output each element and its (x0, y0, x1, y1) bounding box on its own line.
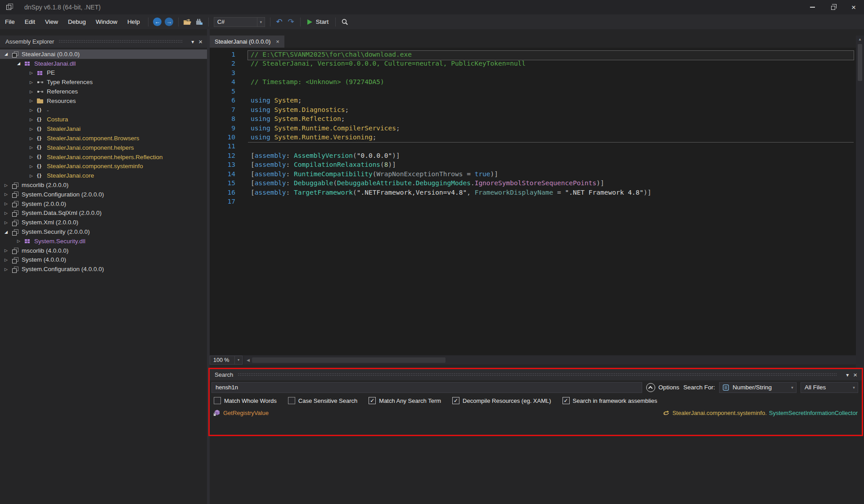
checkbox[interactable] (214, 397, 221, 404)
ns-icon (36, 135, 45, 142)
toolbar-separator (148, 18, 148, 27)
search-assemblies-button[interactable] (339, 16, 351, 28)
tree-item[interactable]: ▷StealerJanai (0, 124, 207, 134)
expander-icon[interactable]: ▷ (30, 117, 36, 122)
search-panel-header[interactable]: Search ▾ × (210, 369, 862, 380)
expander-icon[interactable]: ▷ (4, 267, 11, 272)
expander-icon[interactable]: ▷ (30, 98, 36, 103)
tree-item[interactable]: ◢StealerJanai.dll (0, 59, 207, 68)
tree-item[interactable]: ▷mscorlib (2.0.0.0) (0, 180, 207, 190)
zoom-level-combobox[interactable]: 100 % (210, 356, 235, 365)
tree-item[interactable]: ◢System.Security (2.0.0.0) (0, 227, 207, 236)
expander-icon[interactable]: ▷ (4, 211, 11, 215)
expander-icon[interactable]: ▷ (4, 220, 11, 225)
horizontal-scrollbar-thumb[interactable] (252, 357, 446, 363)
expander-icon[interactable]: ▷ (30, 89, 36, 94)
language-combobox[interactable]: C# ▾ (214, 17, 265, 27)
expander-icon[interactable]: ▷ (4, 248, 11, 253)
navigate-forward-button[interactable]: → (163, 16, 175, 28)
code-editor[interactable]: 1// E:\CTF\SVANM2025\for\chal\download.e… (210, 48, 856, 355)
tree-item[interactable]: ▷Type References (0, 77, 207, 87)
menu-window[interactable]: Window (91, 14, 122, 29)
expander-icon[interactable]: ▷ (30, 127, 36, 131)
expander-icon[interactable]: ▷ (30, 145, 36, 150)
tree-item[interactable]: ▷System.Data.SqlXml (2.0.0.0) (0, 209, 207, 218)
search-input[interactable] (212, 382, 642, 393)
checkbox[interactable]: ✓ (369, 397, 376, 404)
menu-edit[interactable]: Edit (20, 14, 40, 29)
file-filter-dropdown[interactable]: All Files ▾ (801, 382, 858, 393)
search-result-location[interactable]: StealerJanai.component.systeminfo.System… (662, 409, 858, 416)
tree-item[interactable]: ▷System (4.0.0.0) (0, 255, 207, 265)
tree-item[interactable]: ▷mscorlib (4.0.0.0) (0, 246, 207, 255)
expander-icon[interactable]: ▷ (17, 239, 24, 243)
scroll-up-icon[interactable]: ▲ (858, 37, 862, 41)
panel-grip (58, 40, 182, 44)
checkbox[interactable] (288, 397, 295, 404)
zoom-chevron-down-icon[interactable]: ▾ (235, 356, 243, 365)
assembly-tree[interactable]: ◢StealerJanai (0.0.0.0)◢StealerJanai.dll… (0, 48, 207, 274)
expander-icon[interactable]: ▷ (30, 164, 36, 169)
document-tab[interactable]: StealerJanai (0.0.0.0) × (210, 36, 284, 48)
search-result-item[interactable]: GetRegistryValue (213, 409, 269, 416)
tab-close-icon[interactable]: × (276, 38, 279, 45)
checkbox[interactable]: ✓ (452, 397, 459, 404)
scroll-left-icon[interactable]: ◀ (244, 358, 252, 362)
assembly-explorer-header[interactable]: Assembly Explorer ▾ × (0, 36, 207, 48)
expander-icon[interactable]: ▷ (4, 183, 11, 187)
expander-icon[interactable]: ▷ (30, 174, 36, 178)
navigate-back-button[interactable]: ← (152, 16, 163, 28)
tree-item[interactable]: ▷StealerJanai.core (0, 171, 207, 180)
tree-item[interactable]: ▷PE (0, 68, 207, 78)
options-button[interactable]: Options (646, 383, 680, 392)
tree-item[interactable]: ▷System.Configuration (4.0.0.0) (0, 264, 207, 274)
panel-chevron-down-icon[interactable]: ▾ (191, 39, 194, 45)
menu-view[interactable]: View (40, 14, 63, 29)
close-button[interactable]: × (843, 0, 864, 14)
horizontal-scrollbar[interactable]: ◀ (244, 356, 856, 364)
search-option: Case Sensitive Search (288, 397, 358, 404)
menu-file[interactable]: File (0, 14, 20, 29)
tree-item[interactable]: ▷System.Configuration (2.0.0.0) (0, 190, 207, 199)
tree-item[interactable]: ▷StealerJanai.component.systeminfo (0, 162, 207, 171)
tree-item[interactable]: ▷StealerJanai.component.Browsers (0, 134, 207, 143)
expander-icon[interactable]: ◢ (4, 52, 11, 56)
code-line: 16[assembly: TargetFramework(".NETFramew… (210, 189, 856, 198)
tree-item[interactable]: ▷System.Security.dll (0, 236, 207, 246)
expander-icon[interactable]: ▷ (30, 108, 36, 112)
expander-icon[interactable]: ▷ (4, 258, 11, 262)
expander-icon[interactable]: ▷ (30, 80, 36, 85)
start-debug-button[interactable]: Start (304, 16, 333, 28)
tree-item[interactable]: ▷Resources (0, 96, 207, 106)
expander-icon[interactable]: ▷ (30, 71, 36, 75)
save-module-button[interactable] (194, 16, 205, 28)
open-file-button[interactable] (182, 16, 194, 28)
redo-button[interactable]: ↷ (285, 16, 297, 28)
tree-item[interactable]: ▷- (0, 106, 207, 115)
undo-button[interactable]: ↶ (274, 16, 285, 28)
expander-icon[interactable]: ▷ (30, 136, 36, 141)
restore-button[interactable] (823, 0, 843, 14)
vertical-scrollbar[interactable]: ▲ ▼ (856, 36, 864, 393)
expander-icon[interactable]: ◢ (17, 61, 24, 66)
search-close-icon[interactable]: × (853, 371, 857, 379)
expander-icon[interactable]: ▷ (4, 201, 11, 206)
search-type-dropdown[interactable]: Number/String ▾ (719, 382, 796, 393)
checkbox[interactable]: ✓ (562, 397, 570, 404)
tree-item[interactable]: ▷References (0, 87, 207, 96)
tree-item[interactable]: ▷System (2.0.0.0) (0, 199, 207, 209)
tree-item[interactable]: ▷StealerJanai.component.helpers (0, 143, 207, 152)
tree-item[interactable]: ▷System.Xml (2.0.0.0) (0, 218, 207, 227)
expander-icon[interactable]: ▷ (30, 155, 36, 159)
search-chevron-down-icon[interactable]: ▾ (846, 372, 849, 378)
vertical-scrollbar-thumb[interactable] (858, 44, 862, 81)
minimize-button[interactable] (802, 0, 823, 14)
panel-close-icon[interactable]: × (198, 38, 202, 45)
expander-icon[interactable]: ◢ (4, 230, 11, 234)
expander-icon[interactable]: ▷ (4, 192, 11, 196)
menu-help[interactable]: Help (122, 14, 145, 29)
tree-item[interactable]: ▷Costura (0, 115, 207, 125)
tree-item[interactable]: ◢StealerJanai (0.0.0.0) (0, 49, 207, 59)
tree-item[interactable]: ▷StealerJanai.component.helpers.Reflecti… (0, 152, 207, 162)
menu-debug[interactable]: Debug (63, 14, 91, 29)
